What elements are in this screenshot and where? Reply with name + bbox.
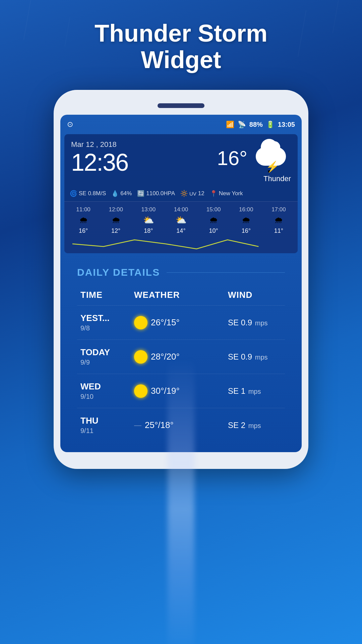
phone-screen: ⊙ 📶 📡 88% 🔋 13:05 Mar 12 , 2018 12:36 16…	[60, 115, 302, 452]
sun-icon	[134, 384, 147, 398]
wind-info: 🌀 SE 0.8M/S	[70, 190, 106, 197]
hour-item-5: 16:00 🌧 16°	[233, 206, 259, 234]
daily-header: DAILY DETAILS	[77, 267, 285, 278]
pressure-icon: 🔄	[137, 190, 144, 197]
widget-main: Mar 12 , 2018 12:36 16° Thunder	[64, 134, 298, 187]
uv-info: 🔆 UV 12	[180, 190, 204, 197]
widget-condition: Thunder	[263, 174, 291, 183]
weather-wed: 30°/19°	[134, 384, 228, 398]
wind-value: SE 0.8M/S	[79, 190, 106, 197]
temperature-chart	[67, 237, 295, 251]
status-bar: ⊙ 📶 📡 88% 🔋 13:05	[60, 115, 302, 131]
clock-display: 13:05	[278, 121, 295, 128]
battery-icon: 🔋	[266, 120, 275, 128]
wind-yesterday: SE 0.9 mps	[228, 318, 302, 327]
wind-today: SE 0.9 mps	[228, 352, 302, 362]
daily-details-title: DAILY DETAILS	[77, 267, 160, 278]
hour-item-3: 14:00 ⛅ 14°	[168, 206, 194, 234]
hour-icon-0: 🌧	[79, 215, 88, 225]
status-left: ⊙	[67, 120, 73, 129]
hour-icon-3: ⛅	[176, 215, 186, 225]
col-time: TIME	[80, 290, 134, 300]
col-weather: WEATHER	[134, 290, 228, 300]
location-info: 📍 New York	[210, 190, 243, 197]
cloud-thunder-icon	[251, 143, 291, 173]
location-icon: 📍	[210, 190, 217, 197]
humidity-info: 💧 64%	[111, 190, 132, 197]
widget-temp-row: 16°	[217, 143, 291, 173]
hour-icon-5: 🌧	[242, 215, 250, 225]
widget-time: 12:36	[71, 150, 217, 174]
day-wed: WED 9/10	[80, 381, 134, 400]
wind-thu: SE 2 mps	[228, 421, 302, 430]
pressure-value: 1100.0HPA	[146, 190, 175, 197]
signal-icon: 📡	[238, 120, 246, 128]
phone-mockup: ⊙ 📶 📡 88% 🔋 13:05 Mar 12 , 2018 12:36 16…	[54, 90, 308, 469]
wifi-icon: 📶	[226, 120, 234, 128]
widget-left: Mar 12 , 2018 12:36	[71, 140, 217, 174]
weather-yesterday: 26°/15°	[134, 316, 228, 329]
hour-icon-6: 🌧	[274, 215, 283, 225]
widget-date: Mar 12 , 2018	[71, 140, 217, 149]
table-header: TIME WEATHER WIND RAINFALL	[77, 290, 285, 305]
uv-label: UV	[189, 191, 196, 197]
daily-details-section: DAILY DETAILS TIME WEATHER WIND RAINFALL…	[60, 253, 302, 452]
table-row: THU 9/11 — 25°/18° SE 2 mps 0mm	[77, 408, 285, 442]
pressure-info: 🔄 1100.0HPA	[137, 190, 175, 197]
status-right: 📶 📡 88% 🔋 13:05	[226, 120, 295, 128]
daily-divider	[167, 272, 285, 273]
hour-item-4: 15:00 🌧 10°	[200, 206, 227, 234]
hour-icon-4: 🌧	[209, 215, 218, 225]
hour-item-1: 12:00 🌧 12°	[103, 206, 129, 234]
phone-speaker	[158, 103, 204, 108]
day-today: TODAY 9/9	[80, 347, 134, 366]
table-row: WED 9/10 30°/19° SE 1 mps 0mm	[77, 374, 285, 408]
widget-temperature: 16°	[217, 147, 247, 170]
col-wind: WIND	[228, 290, 302, 300]
settings-icon: ⊙	[67, 120, 73, 129]
hourly-forecast: 11:00 🌧 16° 12:00 🌧 12° 13:00 ⛅ 18°	[64, 201, 298, 253]
weather-thu: — 25°/18°	[134, 420, 228, 430]
uv-value: 12	[198, 190, 204, 197]
battery-level: 88%	[249, 121, 263, 128]
wind-wed: SE 1 mps	[228, 386, 302, 396]
day-thu: THU 9/11	[80, 416, 134, 435]
uv-icon: 🔆	[180, 190, 188, 197]
widget-right: 16° Thunder	[217, 143, 291, 183]
hour-item-0: 11:00 🌧 16°	[70, 206, 97, 234]
page-title: Thunder Storm Widget	[0, 0, 362, 90]
hour-icon-2: ⛅	[143, 215, 154, 225]
hour-icon-1: 🌧	[112, 215, 120, 225]
location-value: New York	[219, 190, 243, 197]
humidity-value: 64%	[120, 190, 132, 197]
wind-icon: 🌀	[70, 190, 77, 197]
hour-item-2: 13:00 ⛅ 18°	[135, 206, 162, 234]
widget-info-bar: 🌀 SE 0.8M/S 💧 64% 🔄 1100.0HPA 🔆 UV 12	[64, 187, 298, 201]
sun-icon	[134, 316, 147, 329]
table-row: TODAY 9/9 28°/20° SE 0.9 mps 0mm	[77, 339, 285, 374]
day-yesterday: YEST... 9/8	[80, 313, 134, 332]
hour-item-6: 17:00 🌧 11°	[265, 206, 292, 234]
weather-today: 28°/20°	[134, 350, 228, 364]
weather-widget: Mar 12 , 2018 12:36 16° Thunder	[64, 134, 298, 253]
humidity-icon: 💧	[111, 190, 119, 197]
hourly-row: 11:00 🌧 16° 12:00 🌧 12° 13:00 ⛅ 18°	[67, 206, 295, 234]
sun-icon	[134, 350, 147, 364]
table-row: YEST... 9/8 26°/15° SE 0.9 mps 0mm	[77, 305, 285, 339]
